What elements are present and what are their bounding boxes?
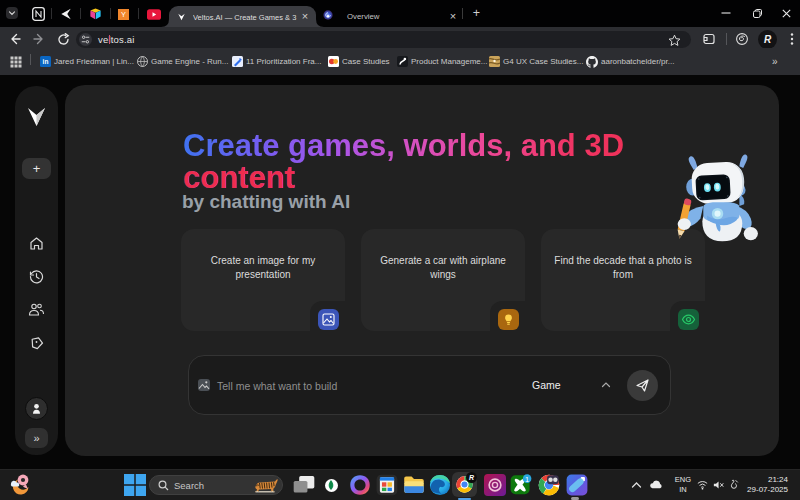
svg-text:Y: Y	[121, 10, 126, 19]
svg-text:in: in	[43, 58, 49, 65]
svg-text:1: 1	[525, 475, 529, 484]
